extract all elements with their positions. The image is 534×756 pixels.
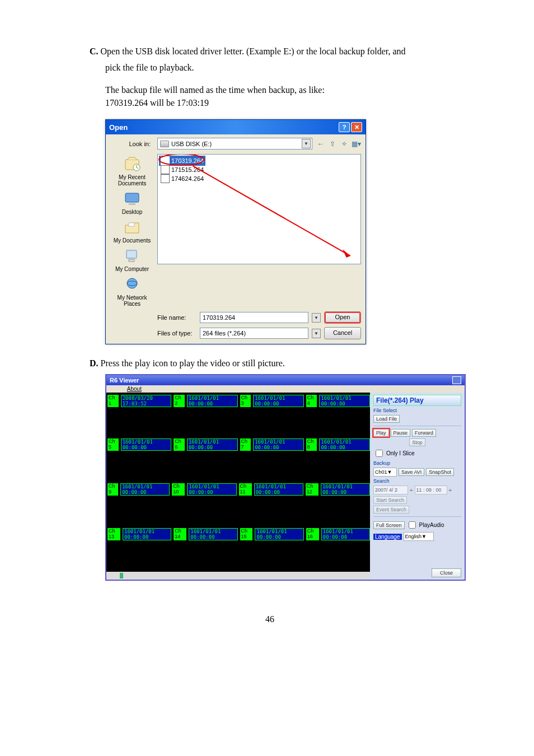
channel-badge: Ch 3: [240, 395, 251, 407]
channel-badge: Ch 8: [306, 438, 317, 451]
views-icon[interactable]: ▦▾: [351, 139, 361, 149]
viewer-menubar[interactable]: About: [106, 385, 465, 393]
chevron-down-icon[interactable]: ▼: [312, 329, 321, 338]
play-audio-checkbox[interactable]: [409, 521, 416, 529]
page-number: 46: [90, 614, 450, 624]
file-icon: [161, 165, 170, 174]
channel-timestamp: 1601/01/01 00:00:00: [187, 395, 238, 407]
file-icon: [161, 156, 170, 165]
channel-badge: Ch 14: [174, 528, 186, 540]
step-c-line2: pick the file to playback.: [90, 61, 450, 74]
filetype-combo[interactable]: 264 files (*.264): [200, 328, 308, 339]
full-screen-button[interactable]: Full Screen: [373, 521, 405, 529]
channel-badge: Ch 7: [240, 438, 251, 451]
channel-badge: Ch 11: [239, 483, 252, 496]
channel-timestamp: 1601/01/01 00:00:00: [321, 483, 370, 496]
channel-badge: Ch 6: [174, 438, 185, 451]
channel-badge: Ch 15: [240, 528, 253, 540]
step-c-line1: C. Open the USB disk located driver lett…: [90, 45, 450, 58]
step-d: D. Press the play icon to play the video…: [90, 357, 450, 370]
svg-rect-2: [125, 193, 139, 202]
channel-timestamp: 1601/01/01 00:00:00: [187, 438, 238, 451]
event-search-button[interactable]: Event Search: [373, 506, 409, 514]
viewer-title: R6 Viewer: [110, 377, 139, 384]
channel-badge: Ch 12: [306, 483, 318, 496]
menu-about[interactable]: About: [127, 386, 142, 392]
open-dialog: Open ? ✕ Look in: USB DISK (E:) ▼ ← ⇧ ✧ …: [105, 119, 366, 344]
load-file-button[interactable]: Load File: [373, 415, 400, 423]
channel-timestamp: 1601/01/01 00:00:00: [254, 483, 303, 496]
forward-button[interactable]: Forward: [412, 429, 436, 437]
place-mycomp[interactable]: My Computer: [115, 247, 149, 272]
file-listing[interactable]: 170319.264 171515.264 174624.264: [157, 154, 361, 264]
svg-rect-6: [129, 259, 134, 262]
viewer-sidebar: File(*.264) Play File Select Load File P…: [370, 393, 465, 580]
cancel-button[interactable]: Cancel: [324, 327, 361, 339]
lookin-label: Look in:: [109, 141, 154, 147]
channel-badge: Ch 5: [107, 438, 119, 451]
viewer-titlebar[interactable]: R6 Viewer: [106, 375, 465, 385]
filename-label: File name:: [157, 314, 196, 321]
group-file-select: File Select: [373, 408, 461, 413]
drive-icon: [160, 141, 169, 147]
r6-viewer-window: R6 Viewer About Ch 12008/03/20 17:03:52 …: [105, 374, 466, 581]
place-desktop[interactable]: Desktop: [122, 190, 143, 215]
stop-button[interactable]: Stop: [409, 438, 425, 446]
group-backup: Backup: [373, 460, 461, 466]
snapshot-button[interactable]: SnapShot: [426, 468, 454, 476]
step-d-label: D.: [90, 358, 99, 368]
svg-rect-5: [127, 250, 137, 258]
channel-timestamp: 1601/01/01 00:00:00: [123, 528, 171, 540]
file-icon: [161, 174, 170, 183]
channel-timestamp: 1601/01/01 00:00:00: [189, 528, 237, 540]
places-bar: My Recent Documents Desktop My Documents…: [109, 154, 155, 307]
channel-timestamp: 1601/01/01 00:00:00: [319, 395, 370, 407]
channel-badge: Ch 9: [107, 483, 118, 496]
channel-timestamp: 1601/01/01 00:00:00: [255, 528, 303, 540]
file-item[interactable]: 174624.264: [159, 174, 205, 184]
viewer-close-button[interactable]: Close: [432, 568, 461, 577]
channel-timestamp: 1601/01/01 00:00:00: [121, 438, 172, 451]
open-dialog-titlebar[interactable]: Open ? ✕: [106, 120, 366, 134]
playback-slider[interactable]: [106, 572, 370, 580]
chevron-down-icon[interactable]: ▼: [302, 139, 311, 148]
minimize-icon[interactable]: [452, 376, 461, 384]
only-islice-checkbox[interactable]: [376, 450, 383, 457]
channel-badge: Ch 2: [174, 395, 185, 407]
back-icon[interactable]: ←: [316, 139, 326, 149]
lookin-combo[interactable]: USB DISK (E:) ▼: [157, 138, 312, 150]
open-dialog-title: Open: [109, 123, 128, 132]
place-recent[interactable]: My Recent Documents: [109, 155, 155, 186]
svg-marker-11: [343, 249, 350, 258]
new-folder-icon[interactable]: ✧: [339, 139, 349, 149]
slider-handle[interactable]: [120, 573, 123, 578]
filename-input[interactable]: 170319.264: [200, 312, 308, 323]
search-time-input[interactable]: 11 : 08 : 00: [415, 486, 447, 494]
channel-timestamp: 1601/01/01 00:00:00: [321, 528, 370, 540]
channel-timestamp: 1601/01/01 00:00:00: [187, 483, 236, 496]
save-avi-button[interactable]: Save AVI: [399, 468, 424, 476]
place-mynet[interactable]: My Network Places: [109, 276, 155, 307]
chevron-down-icon[interactable]: ▼: [312, 313, 321, 323]
start-search-button[interactable]: Start Search: [373, 496, 407, 504]
play-button[interactable]: Play: [373, 429, 389, 437]
svg-rect-3: [129, 203, 135, 205]
step-c-label: C.: [90, 46, 99, 56]
sidebar-title: File(*.264) Play: [373, 395, 461, 406]
video-grid: Ch 12008/03/20 17:03:52 Ch 21601/01/01 0…: [106, 393, 370, 580]
help-icon[interactable]: ?: [339, 122, 350, 132]
search-date-input[interactable]: 2007/ 4/ 2: [373, 486, 408, 494]
language-label: Language: [373, 534, 402, 540]
up-icon[interactable]: ⇧: [327, 139, 338, 149]
place-mydocs[interactable]: My Documents: [114, 218, 151, 244]
backup-channel-select[interactable]: Ch01 ▼: [373, 468, 397, 477]
svg-point-7: [127, 278, 137, 288]
channel-timestamp: 1601/01/01 00:00:00: [253, 395, 304, 407]
language-select[interactable]: English ▼: [404, 532, 434, 541]
open-button[interactable]: Open: [324, 311, 361, 324]
channel-timestamp: 1601/01/01 00:00:00: [253, 438, 304, 451]
pause-button[interactable]: Pause: [391, 429, 411, 437]
close-icon[interactable]: ✕: [351, 122, 362, 132]
lookin-value: USB DISK (E:): [171, 141, 212, 147]
svg-line-10: [193, 166, 350, 256]
